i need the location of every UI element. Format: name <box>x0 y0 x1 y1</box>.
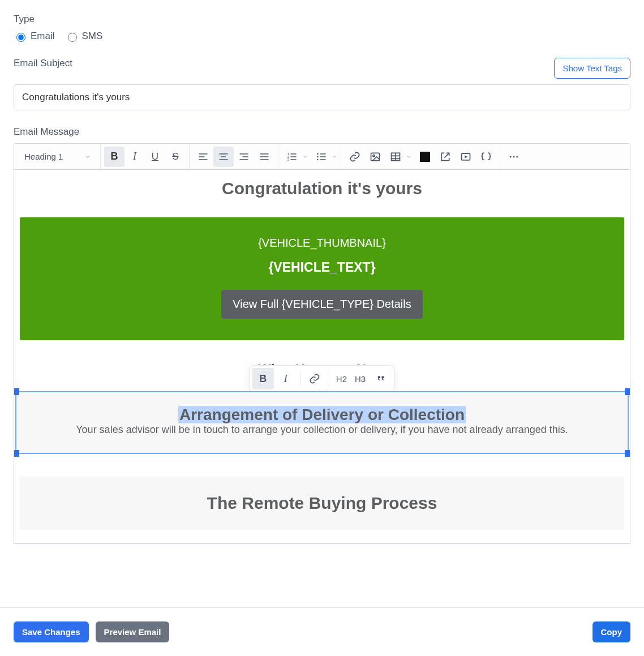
svg-point-12 <box>516 156 518 157</box>
chevron-down-icon <box>84 153 91 160</box>
view-vehicle-details-button[interactable]: View Full {VEHICLE_TYPE} Details <box>221 290 422 319</box>
text-color-button[interactable] <box>415 147 435 167</box>
email-subject-input[interactable] <box>14 84 630 110</box>
align-justify-button[interactable] <box>254 147 274 167</box>
separator <box>329 371 329 387</box>
link-icon <box>349 151 360 162</box>
italic-icon: I <box>133 151 136 162</box>
table-button[interactable] <box>385 147 406 167</box>
strikethrough-icon: S <box>172 151 178 162</box>
email-subject-label: Email Subject <box>14 58 72 69</box>
mini-h2-button[interactable]: H2 <box>333 374 350 384</box>
content-heading: Congratulation it's yours <box>20 179 624 198</box>
strikethrough-button[interactable]: S <box>165 147 186 167</box>
align-left-icon <box>198 151 209 162</box>
mini-italic-button[interactable]: I <box>275 368 297 389</box>
image-button[interactable] <box>365 147 385 167</box>
type-option-email-label: Email <box>31 31 55 42</box>
type-radio-group: Email SMS <box>14 31 630 42</box>
editor-toolbar: Heading 1 B I U S <box>14 144 630 170</box>
resize-handle[interactable] <box>14 388 19 395</box>
svg-point-7 <box>373 155 375 156</box>
video-button[interactable] <box>456 147 476 167</box>
align-left-button[interactable] <box>193 147 213 167</box>
svg-point-3 <box>317 153 319 155</box>
svg-point-5 <box>317 158 319 160</box>
align-right-button[interactable] <box>234 147 254 167</box>
underline-button[interactable]: U <box>145 147 165 167</box>
ordered-list-icon: 123 <box>286 151 298 162</box>
separator <box>300 371 300 387</box>
type-radio-sms[interactable] <box>68 33 77 42</box>
mini-quote-button[interactable] <box>370 368 392 389</box>
ordered-list-button[interactable]: 123 <box>282 147 302 167</box>
external-link-button[interactable] <box>435 147 456 167</box>
svg-point-11 <box>513 156 515 157</box>
selected-block[interactable]: Arrangement of Delivery or Collection Yo… <box>15 391 629 454</box>
code-button[interactable] <box>476 147 496 167</box>
editor-content[interactable]: Congratulation it's yours {VEHICLE_THUMB… <box>14 170 630 543</box>
more-icon <box>508 151 520 162</box>
mini-bold-button[interactable]: B <box>252 368 274 389</box>
type-label: Type <box>14 14 630 25</box>
page-footer: Save Changes Preview Email Copy <box>0 607 644 656</box>
chevron-down-icon[interactable] <box>302 153 308 160</box>
bold-button[interactable]: B <box>104 147 124 167</box>
chevron-down-icon[interactable] <box>406 153 411 160</box>
align-right-icon <box>238 151 250 162</box>
vehicle-card: {VEHICLE_THUMBNAIL} {VEHICLE_TEXT} View … <box>20 217 624 340</box>
svg-point-10 <box>510 156 512 157</box>
resize-handle[interactable] <box>14 450 19 457</box>
remote-heading: The Remote Buying Process <box>31 494 613 513</box>
quote-icon <box>375 373 387 384</box>
svg-point-4 <box>317 156 319 157</box>
unordered-list-button[interactable] <box>311 147 332 167</box>
italic-button[interactable]: I <box>124 147 145 167</box>
align-justify-icon <box>259 151 270 162</box>
preview-email-button[interactable]: Preview Email <box>96 621 170 642</box>
external-link-icon <box>440 151 451 162</box>
type-radio-email[interactable] <box>16 33 25 42</box>
align-center-icon <box>218 151 229 162</box>
image-icon <box>370 151 381 162</box>
italic-icon: I <box>284 373 287 385</box>
unordered-list-icon <box>316 151 327 162</box>
color-swatch-icon <box>420 152 430 162</box>
resize-handle[interactable] <box>625 450 630 457</box>
svg-rect-6 <box>371 153 380 160</box>
align-center-button[interactable] <box>213 147 234 167</box>
underline-icon: U <box>152 151 158 162</box>
inline-format-toolbar: B I H2 H3 <box>250 365 394 392</box>
type-option-email[interactable]: Email <box>14 31 55 42</box>
svg-text:3: 3 <box>287 157 289 161</box>
copy-button[interactable]: Copy <box>593 621 631 642</box>
paragraph-style-value: Heading 1 <box>24 152 63 161</box>
video-icon <box>460 151 471 162</box>
type-option-sms-label: SMS <box>82 31 103 42</box>
code-brackets-icon <box>480 151 492 162</box>
vehicle-thumbnail-placeholder: {VEHICLE_THUMBNAIL} <box>31 237 613 250</box>
email-message-label: Email Message <box>14 126 630 138</box>
bold-icon: B <box>259 373 267 385</box>
chevron-down-icon[interactable] <box>332 153 337 160</box>
vehicle-text-placeholder: {VEHICLE_TEXT} <box>31 260 613 275</box>
table-icon <box>390 151 401 162</box>
type-option-sms[interactable]: SMS <box>65 31 103 42</box>
paragraph-style-select[interactable]: Heading 1 <box>18 152 97 161</box>
remote-buying-block: The Remote Buying Process <box>20 477 624 530</box>
bold-icon: B <box>111 151 118 162</box>
save-changes-button[interactable]: Save Changes <box>14 621 89 642</box>
rich-text-editor: Heading 1 B I U S <box>14 143 630 544</box>
link-icon <box>309 373 320 384</box>
mini-h3-button[interactable]: H3 <box>351 374 369 384</box>
resize-handle[interactable] <box>625 388 630 395</box>
link-button[interactable] <box>345 147 365 167</box>
arrangement-body: Your sales advisor will be in touch to a… <box>28 424 616 436</box>
arrangement-heading: Arrangement of Delivery or Collection <box>178 406 466 423</box>
show-text-tags-button[interactable]: Show Text Tags <box>554 58 630 79</box>
more-button[interactable] <box>504 147 524 167</box>
